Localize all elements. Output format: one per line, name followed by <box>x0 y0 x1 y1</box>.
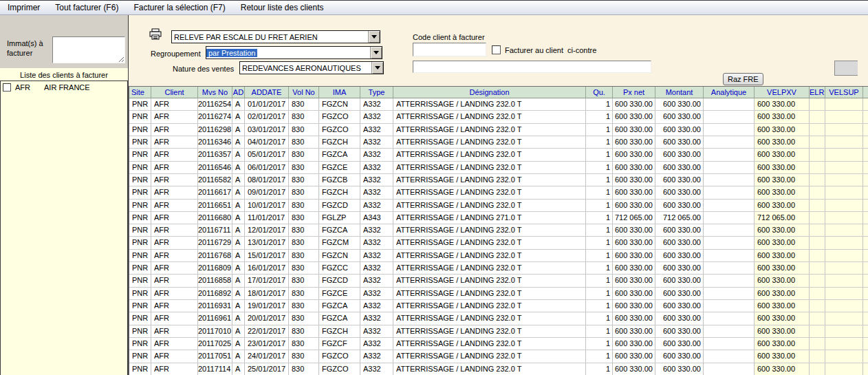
menu-item-2[interactable]: Facturer la sélection (F7) <box>126 1 232 14</box>
raz-fre-button[interactable]: Raz FRE <box>723 73 763 85</box>
table-row[interactable]: PNRAFR20116582A08/01/2017830FGZCBA332ATT… <box>129 174 868 186</box>
table-row[interactable]: PNRAFR20117025A23/01/2017830FGZCFA332ATT… <box>129 338 868 350</box>
table-row[interactable]: PNRAFR20116858A17/01/2017830FGZCDA332ATT… <box>129 275 868 287</box>
table-row[interactable]: PNRAFR20116357A05/01/2017830FGZCAA332ATT… <box>129 149 868 161</box>
cell-ad: A <box>232 312 245 325</box>
table-row[interactable]: PNRAFR20117010A22/01/2017830FGZCHA332ATT… <box>129 325 868 338</box>
table-row[interactable]: PNRAFR20116961A20/01/2017830FGZCAA332ATT… <box>129 312 868 325</box>
table-row[interactable]: PNRAFR20116254A01/01/2017830FGZCNA332ATT… <box>129 98 868 111</box>
cell-extra <box>863 111 868 123</box>
client-list-item[interactable]: AFRAIR FRANCE <box>1 81 127 92</box>
client-checkbox[interactable] <box>3 83 11 92</box>
column-header-mvs_no[interactable]: Mvs No <box>198 87 232 98</box>
client-name: AIR FRANCE <box>44 83 90 92</box>
cell-montant: 600 330.00 <box>655 338 704 350</box>
cell-ima: FGZCA <box>319 224 360 237</box>
column-header-type[interactable]: Type <box>360 87 393 98</box>
cell-type: A332 <box>360 275 393 287</box>
cell-ima: FGZCN <box>319 250 360 262</box>
table-row[interactable]: PNRAFR20116768A15/01/2017830FGZCNA332ATT… <box>129 250 868 262</box>
column-header-vol_no[interactable]: Vol No <box>289 87 319 98</box>
table-row[interactable]: PNRAFR20116809A16/01/2017830FGZCCA332ATT… <box>129 262 868 275</box>
table-row[interactable]: PNRAFR20116346A04/01/2017830FGZCHA332ATT… <box>129 136 868 149</box>
cell-montant: 600 330.00 <box>655 224 704 237</box>
cell-designation: ATTERRISSAGE / LANDING 232.0 T <box>393 111 586 123</box>
column-header-client[interactable]: Client <box>151 87 198 98</box>
column-header-velpxv[interactable]: VELPXV <box>755 87 810 98</box>
printer-icon[interactable] <box>149 28 162 41</box>
nature-ventes-combo[interactable]: REDEVANCES AERONAUTIQUES <box>239 61 384 74</box>
cell-client: AFR <box>151 338 198 350</box>
menu-item-1[interactable]: Tout facturer (F6) <box>47 1 126 14</box>
client-libelle-input[interactable] <box>413 61 651 73</box>
cell-designation: ATTERRISSAGE / LANDING 232.0 T <box>393 338 586 350</box>
table-row[interactable]: PNRAFR20116680A11/01/2017830FGLZPA343ATT… <box>129 212 868 224</box>
table-row[interactable]: PNRAFR20116651A10/01/2017830FGZCDA332ATT… <box>129 200 868 212</box>
column-header-px_net[interactable]: Px net <box>613 87 655 98</box>
column-header-analytique[interactable]: Analytique <box>704 87 755 98</box>
clients-listbox[interactable]: AFRAIR FRANCE <box>0 81 128 375</box>
column-header-elrm[interactable]: ELRM <box>810 87 825 98</box>
cell-ima: FGZCD <box>319 200 360 212</box>
code-client-input[interactable] <box>413 43 486 56</box>
column-header-addate[interactable]: ADDATE <box>245 87 289 98</box>
cell-analytique <box>704 149 755 161</box>
cell-ima: FGZCD <box>319 275 360 287</box>
chevron-down-icon[interactable] <box>368 31 380 43</box>
cell-client: AFR <box>151 136 198 149</box>
table-row[interactable]: PNRAFR20117114A25/01/2017830FGZCOA332ATT… <box>129 363 868 375</box>
cell-designation: ATTERRISSAGE / LANDING 232.0 T <box>393 363 586 375</box>
cell-addate: 09/01/2017 <box>245 186 289 199</box>
column-header-velsup[interactable]: VELSUP <box>825 87 863 98</box>
cell-extra <box>863 237 868 249</box>
column-header-extra[interactable] <box>863 87 868 98</box>
cell-client: AFR <box>151 174 198 186</box>
cell-mvs_no: 20116892 <box>198 288 232 300</box>
cell-elrm <box>810 363 825 375</box>
cell-qu: 1 <box>586 350 613 363</box>
regroupement-combo[interactable]: par Prestation <box>206 46 382 59</box>
chevron-down-icon[interactable] <box>371 62 383 74</box>
table-row[interactable]: PNRAFR20116546A06/01/2017830FGZCEA332ATT… <box>129 162 868 174</box>
cell-vol_no: 830 <box>289 338 319 350</box>
cell-addate: 17/01/2017 <box>245 275 289 287</box>
cell-client: AFR <box>151 212 198 224</box>
cell-elrm <box>810 350 825 363</box>
table-row[interactable]: PNRAFR20117051A24/01/2017830FGZCOA332ATT… <box>129 350 868 363</box>
cell-site: PNR <box>129 98 151 111</box>
cell-type: A332 <box>360 288 393 300</box>
table-row[interactable]: PNRAFR20116617A09/01/2017830FGZCHA332ATT… <box>129 186 868 199</box>
facturer-client-checkbox[interactable] <box>492 45 501 54</box>
table-row[interactable]: PNRAFR20116298A03/01/2017830FGZCOA332ATT… <box>129 124 868 136</box>
table-row[interactable]: PNRAFR20116274A02/01/2017830FGZCOA332ATT… <box>129 111 868 123</box>
cell-designation: ATTERRISSAGE / LANDING 232.0 T <box>393 186 586 199</box>
immat-label: Immat(s) à facturer <box>7 39 50 58</box>
table-row[interactable]: PNRAFR20116931A19/01/2017830FGZCAA332ATT… <box>129 300 868 312</box>
column-header-designation[interactable]: Désignation <box>393 87 586 98</box>
cell-designation: ATTERRISSAGE / LANDING 232.0 T <box>393 350 586 363</box>
cell-vol_no: 830 <box>289 124 319 136</box>
cell-vol_no: 830 <box>289 250 319 262</box>
cell-elrm <box>810 174 825 186</box>
column-header-ad[interactable]: AD <box>232 87 245 98</box>
table-row[interactable]: PNRAFR20116711A12/01/2017830FGZCAA332ATT… <box>129 224 868 237</box>
cell-site: PNR <box>129 237 151 249</box>
cell-extra <box>863 363 868 375</box>
menu-item-0[interactable]: Imprimer <box>0 1 47 14</box>
cell-velsup <box>825 200 863 212</box>
chevron-down-icon[interactable] <box>370 47 382 58</box>
cell-client: AFR <box>151 262 198 275</box>
cell-type: A332 <box>360 363 393 375</box>
cell-designation: ATTERRISSAGE / LANDING 232.0 T <box>393 124 586 136</box>
menu-item-3[interactable]: Retour liste des clients <box>233 1 332 14</box>
cell-analytique <box>704 212 755 224</box>
column-header-ima[interactable]: IMA <box>319 87 360 98</box>
report-combo[interactable]: RELEVE PAR ESCALE DU FRET AERIEN <box>171 30 380 43</box>
immat-input[interactable] <box>52 36 125 63</box>
column-header-montant[interactable]: Montant <box>655 87 704 98</box>
column-header-qu[interactable]: Qu. <box>586 87 613 98</box>
table-row[interactable]: PNRAFR20116892A18/01/2017830FGZCEA332ATT… <box>129 288 868 300</box>
table-row[interactable]: PNRAFR20116729A13/01/2017830FGZCMA332ATT… <box>129 237 868 249</box>
column-header-site[interactable]: Site <box>129 87 151 98</box>
cell-vol_no: 830 <box>289 162 319 174</box>
